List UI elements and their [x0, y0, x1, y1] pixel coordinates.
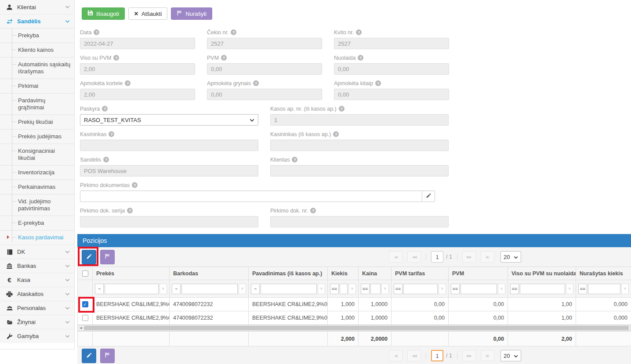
help-icon[interactable]: ?	[375, 80, 381, 86]
pager-divider	[426, 353, 426, 359]
sidebar-subitem-prekes-judejimas[interactable]: Prekės judėjimas	[0, 129, 74, 144]
apmoketa-kitaip-field	[334, 89, 449, 100]
help-icon[interactable]: ?	[339, 106, 345, 112]
filter-operator-button[interactable]: ==	[361, 284, 370, 294]
sidebar-subitem-e-prekyba[interactable]: E-prekyba	[0, 216, 74, 230]
filter-input-nurasytas[interactable]	[588, 284, 620, 294]
help-icon[interactable]: ?	[125, 80, 131, 86]
filter-clear-button[interactable]: ×	[566, 284, 573, 294]
sidebar-item-klientai[interactable]: Klientai	[0, 0, 74, 14]
scrollbar-thumb[interactable]	[84, 326, 629, 330]
help-icon[interactable]: ?	[103, 157, 109, 162]
help-icon[interactable]: ?	[231, 29, 236, 35]
filter-clear-button[interactable]: ×	[318, 284, 325, 294]
page-last-button[interactable]: ▶|	[481, 350, 494, 361]
help-icon[interactable]: ?	[94, 29, 99, 35]
edit-positions-button-bottom[interactable]	[82, 349, 96, 363]
help-icon[interactable]: ?	[221, 55, 227, 61]
filter-operator-button[interactable]: ~	[251, 284, 260, 294]
help-icon[interactable]: ?	[113, 55, 119, 61]
page-next-button[interactable]: ▶▶	[462, 350, 476, 361]
select-all-checkbox[interactable]	[82, 270, 88, 277]
edit-positions-button[interactable]	[82, 250, 96, 264]
page-last-button[interactable]: ▶|	[481, 251, 494, 263]
sidebar-subitem-automatinis-saskaitu-israsymas[interactable]: Automatinis sąskaitų išrašymas	[0, 57, 74, 79]
horizontal-scrollbar[interactable]: ◀	[77, 325, 631, 331]
help-icon[interactable]: ?	[109, 131, 114, 137]
sidebar-subitem-kliento-kainos[interactable]: Kliento kainos	[0, 43, 74, 57]
page-first-button[interactable]: |◀	[389, 350, 403, 361]
filter-input-prekes[interactable]	[105, 284, 159, 294]
writeoff-button[interactable]: Nurašyti	[171, 7, 212, 20]
page-prev-button[interactable]: ◀◀	[407, 251, 421, 263]
page-next-button[interactable]: ▶▶	[462, 251, 476, 263]
sidebar-item-bankas[interactable]: Bankas	[0, 259, 74, 273]
person-icon	[6, 4, 13, 11]
row-checkbox[interactable]: ✓	[82, 301, 88, 307]
filter-input-kaina[interactable]	[370, 284, 381, 294]
table-row[interactable]: ✓ BEERSHAKE CR&LIME2,9%0.5... 4740098072…	[78, 298, 631, 311]
filter-clear-button[interactable]: ×	[621, 284, 629, 294]
page-number-input[interactable]	[431, 251, 443, 263]
filter-clear-button[interactable]: ×	[498, 284, 505, 294]
sidebar-item-gamyba[interactable]: Gamyba	[0, 329, 74, 343]
sidebar-subitem-prekyba[interactable]: Prekyba	[0, 28, 74, 43]
help-icon[interactable]: ?	[102, 106, 108, 112]
filter-input-pavadinimas[interactable]	[261, 284, 317, 294]
sidebar-item-zinynai[interactable]: Žinynai	[0, 315, 74, 329]
filter-operator-button[interactable]: ==	[510, 284, 519, 294]
help-icon[interactable]: ?	[292, 157, 297, 162]
help-icon[interactable]: ?	[127, 208, 133, 213]
sidebar-subitem-pirkimai[interactable]: Pirkimai	[0, 79, 74, 93]
help-icon[interactable]: ?	[310, 208, 316, 213]
filter-clear-button[interactable]: ×	[160, 284, 167, 294]
filter-input-pvm[interactable]	[461, 284, 497, 294]
save-button[interactable]: Išsaugoti	[82, 7, 125, 20]
filter-clear-button[interactable]: ×	[439, 284, 446, 294]
sidebar-item-dk[interactable]: DK	[0, 245, 74, 259]
page-number-input-focused[interactable]	[431, 350, 443, 361]
sidebar-subitem-konsignaciniai-likuciai[interactable]: Konsignaciniai likučiai	[0, 144, 74, 165]
filter-operator-button[interactable]: ==	[451, 284, 460, 294]
filter-clear-button[interactable]: ×	[348, 284, 356, 294]
sidebar-item-ataskaitos[interactable]: Ataskaitos	[0, 287, 74, 301]
sidebar-subitem-pardavimu-grazinimai[interactable]: Pardavimų grąžinimai	[0, 93, 74, 115]
sidebar-item-kasa[interactable]: € Kasa	[0, 273, 74, 287]
sidebar-item-sandelis[interactable]: Sandėlis	[0, 14, 74, 28]
scroll-left-arrow-icon[interactable]: ◀	[78, 325, 84, 331]
filter-operator-button[interactable]: ~	[95, 284, 104, 294]
paskyra-select[interactable]: RASO_TEST_KVITAS	[80, 114, 258, 126]
filter-operator-button[interactable]: ==	[394, 284, 403, 294]
sidebar-subitem-perkainavimas[interactable]: Perkainavimas	[0, 180, 74, 194]
page-prev-button[interactable]: ◀◀	[407, 350, 421, 361]
table-row[interactable]: BEERSHAKE CR&LIME2,9%0.5... 474009807223…	[78, 311, 631, 325]
filter-operator-button[interactable]: ==	[330, 284, 339, 294]
filter-input-barkodas[interactable]	[181, 284, 238, 294]
sidebar-item-personalas[interactable]: Personalas	[0, 301, 74, 315]
filter-input-kiekis[interactable]	[340, 284, 348, 294]
page-size-select[interactable]: 20	[500, 251, 521, 263]
sidebar-subitem-kasos-pardavimai[interactable]: Kasos pardavimai	[0, 230, 74, 245]
filter-clear-button[interactable]: ×	[381, 284, 389, 294]
filter-clear-button[interactable]: ×	[239, 284, 246, 294]
page-size-select[interactable]: 20	[500, 350, 521, 361]
filter-input-pvm-tarifas[interactable]	[403, 284, 438, 294]
pirkimo-dokumentas-edit-button[interactable]	[422, 191, 435, 202]
cancel-button[interactable]: Atšaukti	[128, 7, 167, 20]
help-icon[interactable]: ?	[253, 80, 259, 86]
sidebar-subitem-inventorizacija[interactable]: Inventorizacija	[0, 165, 74, 180]
page-first-button[interactable]: |◀	[389, 251, 403, 263]
writeoff-positions-button-bottom[interactable]	[100, 349, 115, 363]
help-icon[interactable]: ?	[132, 182, 138, 188]
pirkimo-dokumentas-field[interactable]	[80, 191, 422, 202]
help-icon[interactable]: ?	[333, 131, 339, 137]
sidebar-subitem-vid-judejimo-patvirtinimas[interactable]: Vid. judėjimo patvirtinimas	[0, 194, 74, 216]
sidebar-subitem-prekiu-likuciai[interactable]: Prekių likučiai	[0, 115, 74, 129]
row-checkbox[interactable]	[82, 315, 88, 321]
filter-operator-button[interactable]: ~	[172, 284, 181, 294]
writeoff-positions-button[interactable]	[100, 250, 115, 264]
filter-operator-button[interactable]: ==	[578, 284, 587, 294]
help-icon[interactable]: ?	[358, 55, 363, 61]
help-icon[interactable]: ?	[356, 29, 362, 35]
filter-input-viso[interactable]	[520, 284, 565, 294]
